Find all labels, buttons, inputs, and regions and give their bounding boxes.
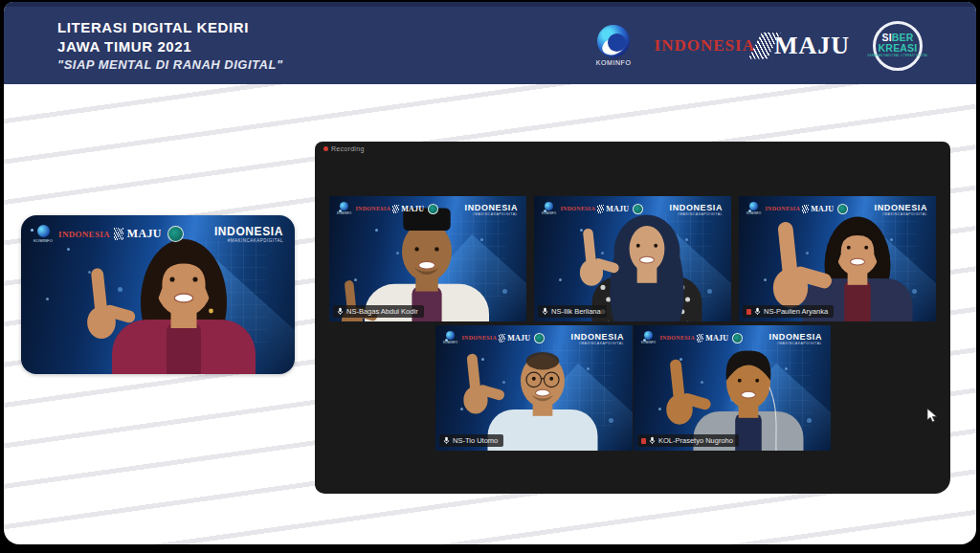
kominfo-icon	[644, 331, 653, 340]
indonesia-wordmark: INDONESIA	[655, 36, 755, 55]
event-title-line2: JAWA TIMUR 2021	[57, 37, 283, 56]
participant-name-tag: NS-Bagas Abdul Kodir	[333, 305, 424, 318]
indonesia-wordmark-small: INDONESIA	[560, 206, 595, 211]
background-watermark: INDONESIA #MAKINCAKAPDIGITAL	[670, 203, 723, 216]
slash-icon	[114, 228, 123, 240]
indonesia-wordmark-small: INDONESIA	[659, 335, 695, 341]
kominfo-swirl-icon	[597, 25, 630, 57]
featured-video-tile[interactable]: KOMINFO INDONESIA MAJU INDONESIA #MAKINC…	[21, 215, 295, 374]
participant-name: NS-Paulien Aryanka	[764, 307, 828, 316]
indonesia-maju-logo: INDONESIA MAJU	[655, 32, 850, 60]
indonesia-wordmark-small: INDONESIA	[765, 206, 800, 211]
mic-icon	[337, 307, 344, 316]
background-watermark: INDONESIA #MAKINCAKAPDIGITAL	[769, 332, 822, 345]
header-logos: KOMINFO INDONESIA MAJU SIBER KREASI GERA…	[596, 21, 923, 71]
kominfo-logo-small: KOMINFO	[641, 331, 656, 344]
watermark-title: INDONESIA	[465, 203, 518, 212]
siberkreasi-icon	[732, 333, 743, 343]
meeting-gallery-panel: Recording KOMINFO INDONESIA MAJU INDONES…	[315, 142, 950, 494]
participant-video-tile[interactable]: KOMINFO INDONESIA MAJU INDONESIA #MAKINC…	[329, 196, 526, 321]
virtual-bg-logos: KOMINFO INDONESIA MAJU	[33, 225, 184, 243]
mic-icon	[443, 436, 450, 445]
kominfo-label: KOMINFO	[596, 59, 632, 66]
maju-wordmark-small: MAJU	[127, 227, 162, 241]
watermark-subtitle: #MAKINCAKAPDIGITAL	[670, 212, 723, 216]
participant-name: NS-Bagas Abdul Kodir	[346, 307, 418, 316]
maju-wordmark-small: MAJU	[705, 334, 728, 343]
siberkreasi-icon	[167, 226, 184, 242]
virtual-bg-logos: KOMINFO INDONESIA MAJU	[443, 331, 545, 344]
slash-icon	[802, 205, 809, 213]
indonesia-wordmark-small: INDONESIA	[355, 206, 390, 211]
virtual-bg-logos: KOMINFO INDONESIA MAJU	[337, 202, 438, 215]
background-watermark: INDONESIA #MAKINCAKAPDIGITAL	[214, 225, 283, 243]
kominfo-icon	[340, 202, 348, 210]
siberkreasi-icon	[534, 333, 545, 343]
kominfo-icon	[545, 202, 553, 210]
participant-video-tile[interactable]: KOMINFO INDONESIA MAJU INDONESIA #MAKINC…	[435, 325, 633, 451]
participant-name-tag: NS-Paulien Aryanka	[743, 305, 834, 318]
maju-wordmark-small: MAJU	[606, 205, 629, 213]
kominfo-logo: KOMINFO	[596, 25, 632, 66]
watermark-subtitle: #MAKINCAKAPDIGITAL	[465, 212, 518, 216]
watermark-title: INDONESIA	[571, 332, 624, 342]
recording-dot-icon	[323, 146, 328, 151]
siberkreasi-icon	[633, 204, 643, 214]
slash-icon	[499, 334, 505, 343]
recording-label: Recording	[331, 145, 365, 152]
indonesia-wordmark-small: INDONESIA	[58, 230, 110, 239]
watermark-subtitle: #MAKINCAKAPDIGITAL	[769, 342, 822, 345]
background-watermark: INDONESIA #MAKINCAKAPDIGITAL	[875, 203, 927, 216]
kominfo-icon	[37, 225, 50, 237]
mic-icon	[542, 307, 548, 316]
participant-video-tile[interactable]: KOMINFO INDONESIA MAJU INDONESIA #MAKINC…	[534, 196, 731, 321]
kominfo-logo-small: KOMINFO	[443, 331, 457, 344]
kominfo-logo-small: KOMINFO	[337, 202, 351, 215]
rec-flag-icon	[641, 438, 646, 444]
kominfo-logo-small: KOMINFO	[33, 225, 53, 243]
watermark-title: INDONESIA	[214, 225, 283, 238]
participant-video-tile[interactable]: KOMINFO INDONESIA MAJU INDONESIA #MAKINC…	[634, 325, 831, 451]
mic-icon	[649, 436, 656, 445]
slash-icon	[697, 334, 703, 343]
watermark-subtitle: #MAKINCAKAPDIGITAL	[875, 212, 927, 216]
indonesia-wordmark-small: INDONESIA	[461, 335, 497, 341]
watermark-title: INDONESIA	[769, 332, 822, 342]
participant-name-tag: NS-Tio Utomo	[439, 434, 503, 447]
maju-wordmark-small: MAJU	[507, 334, 530, 343]
event-theme: "SIAP MENTAL DI RANAH DIGITAL"	[57, 56, 283, 73]
participant-name: KOL-Prasetyo Nugroho	[658, 436, 733, 445]
kominfo-logo-small: KOMINFO	[542, 202, 556, 215]
siber-kreasi: KREASI	[879, 43, 918, 54]
maju-wordmark-small: MAJU	[401, 205, 424, 213]
kominfo-icon	[749, 202, 758, 210]
watermark-subtitle: #MAKINCAKAPDIGITAL	[571, 342, 624, 345]
participant-name: NS-Tio Utomo	[453, 436, 498, 445]
siber-tagline: GERAKAN NASIONAL LITERASI DIGITAL	[867, 55, 928, 57]
watermark-title: INDONESIA	[670, 203, 723, 212]
event-header: LITERASI DIGITAL KEDIRI JAWA TIMUR 2021 …	[4, 2, 976, 84]
participant-name-tag: KOL-Prasetyo Nugroho	[637, 434, 739, 447]
virtual-bg-logos: KOMINFO INDONESIA MAJU	[641, 331, 743, 344]
mic-icon	[754, 307, 761, 316]
virtual-bg-logos: KOMINFO INDONESIA MAJU	[542, 202, 643, 215]
siberkreasi-icon	[428, 204, 438, 214]
event-title-line1: LITERASI DIGITAL KEDIRI	[57, 18, 283, 37]
recording-indicator: Recording	[323, 145, 365, 152]
background-watermark: INDONESIA #MAKINCAKAPDIGITAL	[465, 203, 518, 216]
kominfo-icon	[446, 331, 455, 340]
slash-icon	[597, 205, 604, 213]
watermark-title: INDONESIA	[875, 203, 927, 212]
event-title: LITERASI DIGITAL KEDIRI JAWA TIMUR 2021 …	[57, 18, 283, 73]
participant-name: NS-Ilik Berliana	[551, 307, 601, 316]
participant-video-tile[interactable]: KOMINFO INDONESIA MAJU INDONESIA #MAKINC…	[739, 196, 936, 321]
kominfo-logo-small: KOMINFO	[746, 202, 761, 215]
watermark-subtitle: #MAKINCAKAPDIGITAL	[214, 238, 283, 243]
background-watermark: INDONESIA #MAKINCAKAPDIGITAL	[571, 332, 624, 345]
presentation-canvas: LITERASI DIGITAL KEDIRI JAWA TIMUR 2021 …	[4, 2, 976, 544]
siberkreasi-logo: SIBER KREASI GERAKAN NASIONAL LITERASI D…	[873, 21, 923, 71]
siberkreasi-icon	[837, 204, 848, 214]
participant-name-tag: NS-Ilik Berliana	[538, 305, 607, 318]
slash-icon	[392, 205, 399, 213]
rec-flag-icon	[746, 309, 751, 315]
